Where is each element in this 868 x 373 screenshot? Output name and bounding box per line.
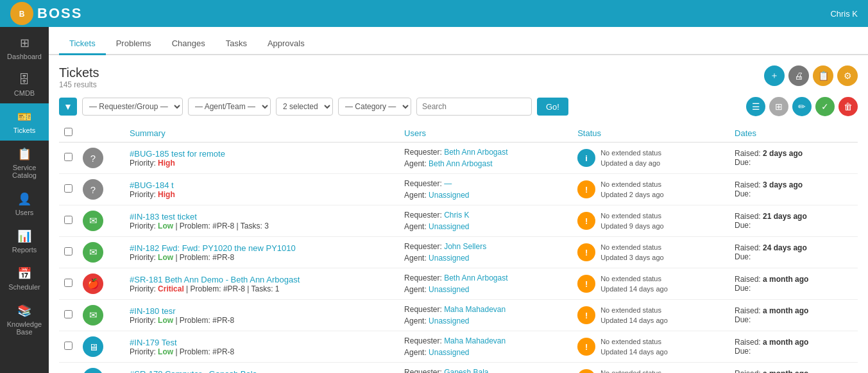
ticket-extra: | Problem: #PR-8 bbox=[175, 253, 234, 262]
sidebar-item-scheduler[interactable]: 📅 Scheduler bbox=[0, 260, 49, 297]
row-checkbox[interactable] bbox=[64, 279, 72, 287]
page-title-row: Tickets 145 results ＋ 🖨 📋 ⚙ bbox=[59, 65, 858, 89]
ticket-summary-link[interactable]: #BUG-185 test for remote bbox=[130, 149, 225, 159]
ticket-type-icon: 🍎 bbox=[83, 273, 103, 294]
tickets-icon: 🎫 bbox=[17, 110, 31, 124]
sidebar-item-knowledge-base[interactable]: 📚 Knowledge Base bbox=[0, 297, 49, 342]
agent-team-filter[interactable]: — Agent/Team — bbox=[188, 98, 271, 116]
ticket-summary-link[interactable]: #SR-181 Beth Ann Demo - Beth Ann Arbogas… bbox=[130, 275, 300, 284]
agent-link[interactable]: Unassigned bbox=[429, 285, 469, 294]
ticket-summary-link[interactable]: #IN-180 tesr bbox=[130, 306, 176, 316]
row-checkbox[interactable] bbox=[64, 184, 72, 193]
row-checkbox[interactable] bbox=[64, 216, 72, 224]
tab-changes[interactable]: Changes bbox=[162, 33, 216, 55]
sidebar-item-dashboard[interactable]: ⊞ Dashboard bbox=[0, 30, 49, 67]
requester-link[interactable]: Beth Ann Arbogast bbox=[444, 273, 507, 282]
ticket-summary-link[interactable]: #IN-182 Fwd: Fwd: PY1020 the new PY1010 bbox=[130, 243, 296, 253]
page-content: Tickets 145 results ＋ 🖨 📋 ⚙ ▼ — Requeste… bbox=[49, 55, 868, 373]
raised-date: 24 days ago bbox=[763, 243, 807, 252]
sidebar-item-reports[interactable]: 📊 Reports bbox=[0, 223, 49, 260]
go-button[interactable]: Go! bbox=[537, 98, 568, 116]
priority-value: Low bbox=[158, 316, 173, 325]
sidebar-item-label: Reports bbox=[12, 246, 37, 254]
requester-link[interactable]: Ganesh Bala bbox=[444, 368, 488, 373]
users-cell: Requester: — Agent: Unassigned bbox=[399, 174, 572, 205]
search-input[interactable] bbox=[416, 98, 532, 116]
sidebar-item-cmdb[interactable]: 🗄 CMDB bbox=[0, 67, 49, 103]
row-checkbox[interactable] bbox=[64, 310, 72, 318]
col-icon bbox=[78, 124, 124, 143]
status-badge: ! bbox=[577, 306, 595, 324]
priority-value: Low bbox=[158, 221, 173, 230]
requester-link[interactable]: John Sellers bbox=[444, 242, 486, 251]
requester-link[interactable]: Maha Mahadevan bbox=[444, 305, 506, 314]
row-checkbox[interactable] bbox=[64, 153, 72, 161]
agent-label: Agent: bbox=[404, 254, 429, 263]
ticket-summary-link[interactable]: #IN-183 test ticket bbox=[130, 212, 197, 221]
requester-link[interactable]: Beth Ann Arbogast bbox=[444, 148, 507, 157]
status-badge: ! bbox=[577, 338, 595, 356]
sidebar-item-label: Service Catalog bbox=[3, 164, 46, 179]
status-updated: Updated a day ago bbox=[600, 158, 661, 169]
requester-group-filter[interactable]: — Requester/Group — bbox=[82, 98, 183, 116]
ticket-summary-link[interactable]: #BUG-184 t bbox=[130, 180, 174, 190]
raised-date: a month ago bbox=[763, 338, 808, 347]
print-button[interactable]: 🖨 bbox=[788, 65, 809, 86]
table-row: 🍎 #SR-181 Beth Ann Demo - Beth Ann Arbog… bbox=[59, 268, 858, 300]
sidebar-item-tickets[interactable]: 🎫 Tickets bbox=[0, 103, 49, 141]
status-badge: ! bbox=[577, 180, 595, 198]
agent-link[interactable]: Unassigned bbox=[429, 317, 469, 325]
tab-approvals[interactable]: Approvals bbox=[257, 33, 315, 55]
category-filter[interactable]: — Category — bbox=[338, 98, 411, 116]
filter-toggle-button[interactable]: ▼ bbox=[59, 98, 77, 116]
users-cell: Requester: John Sellers Agent: Unassigne… bbox=[399, 237, 572, 268]
requester-link[interactable]: Chris K bbox=[444, 211, 469, 220]
requester-label: Requester: bbox=[404, 305, 444, 314]
logo: B BOSS bbox=[10, 2, 82, 25]
selected-filter[interactable]: 2 selected bbox=[276, 98, 333, 116]
priority-value: Low bbox=[158, 253, 173, 262]
dates-cell: Raised: a month ago Due: bbox=[729, 363, 858, 374]
requester-link[interactable]: — bbox=[444, 179, 452, 188]
tab-tickets[interactable]: Tickets bbox=[59, 33, 106, 55]
grid-view-button[interactable]: ⊞ bbox=[769, 97, 788, 116]
requester-label: Requester: bbox=[404, 179, 444, 188]
service-catalog-icon: 📋 bbox=[17, 147, 31, 161]
agent-link[interactable]: Unassigned bbox=[429, 222, 469, 231]
select-all-checkbox[interactable] bbox=[64, 128, 72, 136]
agent-link[interactable]: Unassigned bbox=[429, 254, 469, 263]
ticket-type-icon: ✉ bbox=[83, 242, 103, 263]
logo-icon: B bbox=[10, 2, 33, 25]
edit-button[interactable]: ✏ bbox=[792, 97, 812, 116]
ticket-type-icon: 🖥 bbox=[83, 368, 103, 373]
list-view-button[interactable]: ☰ bbox=[746, 97, 765, 116]
agent-link[interactable]: Beth Ann Arbogast bbox=[429, 159, 492, 168]
requester-link[interactable]: Maha Mahadevan bbox=[444, 336, 506, 345]
approve-button[interactable]: ✓ bbox=[815, 97, 835, 116]
users-icon: 👤 bbox=[17, 192, 31, 206]
tab-bar: Tickets Problems Changes Tasks Approvals bbox=[49, 27, 868, 55]
status-cell: ! No extended status Updated 14 days ago bbox=[577, 336, 724, 358]
export-button[interactable]: 📋 bbox=[813, 65, 833, 86]
tab-tasks[interactable]: Tasks bbox=[216, 33, 257, 55]
delete-button[interactable]: 🗑 bbox=[838, 97, 858, 116]
col-users: Users bbox=[399, 124, 572, 143]
agent-link[interactable]: Unassigned bbox=[429, 348, 469, 357]
priority-label: Priority: bbox=[130, 253, 158, 262]
status-cell: ! No extended status Updated 10 hours ag… bbox=[577, 368, 724, 374]
row-checkbox[interactable] bbox=[64, 342, 72, 350]
agent-label: Agent: bbox=[404, 222, 429, 231]
status-text: No extended status Updated a day ago bbox=[600, 148, 661, 169]
svg-text:B: B bbox=[19, 10, 25, 19]
no-extended-status: No extended status bbox=[600, 148, 661, 159]
agent-link[interactable]: Unassigned bbox=[429, 191, 469, 200]
ticket-summary-link[interactable]: #IN-179 Test bbox=[130, 338, 176, 347]
row-checkbox[interactable] bbox=[64, 247, 72, 256]
priority-value: High bbox=[158, 159, 175, 168]
settings-button[interactable]: ⚙ bbox=[837, 65, 858, 86]
ticket-summary-link[interactable]: #SR-178 Computer - Ganesh Bala bbox=[130, 369, 257, 374]
new-ticket-button[interactable]: ＋ bbox=[764, 65, 785, 86]
sidebar-item-service-catalog[interactable]: 📋 Service Catalog bbox=[0, 141, 49, 186]
sidebar-item-users[interactable]: 👤 Users bbox=[0, 186, 49, 223]
tab-problems[interactable]: Problems bbox=[106, 33, 162, 55]
